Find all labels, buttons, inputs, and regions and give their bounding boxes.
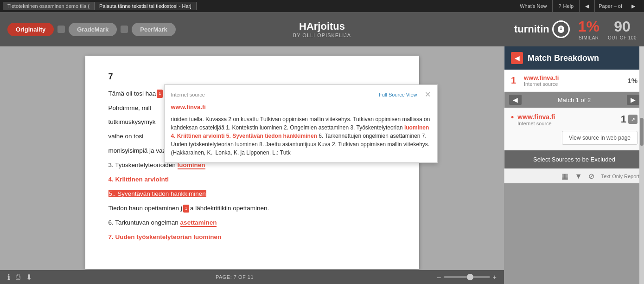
out-of-score-block: 90 OUT OF 100 [608,18,637,40]
turnitin-icon [552,20,570,38]
nav-arrow-right[interactable]: ▶ [626,0,641,12]
similarity-score-block: 1% SIMILAR [578,18,599,40]
external-link-icon[interactable]: ↗ [628,115,638,124]
help-label: Help [563,3,574,9]
source-detail-type: Internet source [517,121,555,126]
panel-back-button[interactable]: ◀ [511,52,523,64]
tooltip-header: Internet source Full Source View ✕ [171,90,431,99]
paper-nav-label: Paper – of [599,3,622,9]
match-type-1: Internet source [524,81,623,87]
highlight-luominen: luominen [178,161,205,169]
match-marker-1[interactable]: 1 [157,90,163,97]
source-detail: • www.finva.fi Internet source 1 ↗ View … [504,108,644,150]
main-area: Internet source Full Source View ✕ www.f… [0,46,644,284]
select-sources-button[interactable]: Select Sources to be Excluded [504,150,644,168]
match-number-1: 1 [511,75,519,86]
match-item-1[interactable]: 1 www.finva.fi Internet source 1% [504,70,644,92]
info-icon[interactable]: ℹ [7,273,10,282]
help-icon: ? [558,3,561,9]
match-nav-label: Match 1 of 2 [558,97,591,103]
bottom-left-icons: ℹ ⎙ ⬇ [7,273,32,282]
turnitin-label: turnitin [514,23,549,35]
document-area: Internet source Full Source View ✕ www.f… [0,46,504,284]
match-list: 1 www.finva.fi Internet source 1% [504,70,644,92]
turnitin-logo-area: turnitin 1% SIMILAR 90 OUT OF 100 [514,18,637,40]
panel-title: Match Breakdown [528,53,599,63]
tooltip-popup: Internet source Full Source View ✕ www.f… [164,84,438,163]
grademark-checkbox [57,26,65,33]
panel-header: ◀ Match Breakdown [504,46,644,70]
paper-nav: Paper – of [595,3,626,9]
source-detail-number: 1 ↗ [621,113,638,125]
print-icon[interactable]: ⎙ [16,273,20,281]
panel-scrollbar-thumb [640,118,644,146]
download-icon[interactable]: ⬇ [26,273,32,282]
paper-author: BY OLLI OPISKELIJA [293,32,351,38]
page-info: PAGE: 7 OF 11 [216,274,254,280]
zoom-slider[interactable] [444,276,490,278]
right-panel-wrapper: ◀ Match Breakdown 1 www.finva.fi Interne… [504,46,644,284]
doc-para-9: Tiedon haun opettaminen j1a lähdekritiik… [108,203,396,214]
zoom-out-icon[interactable]: – [437,273,441,281]
originality-button[interactable]: Originality [7,23,54,36]
turnitin-logo: turnitin [514,20,570,38]
bottom-bar: ℹ ⎙ ⬇ PAGE: 7 OF 11 – + [0,270,504,284]
doc-para-7: 4. Kriittinen arviointi [108,174,396,185]
zoom-in-icon[interactable]: + [493,273,497,281]
zoom-control: – + [437,273,497,281]
match-prev-icon: ◀ [513,96,518,103]
source-detail-url[interactable]: www.finva.fi [517,113,555,121]
doc-scroll[interactable]: Internet source Full Source View ✕ www.f… [0,46,504,270]
nav-arrow-left[interactable]: ◀ [580,0,595,12]
page-number: 7 [108,70,396,84]
top-bar: Tietotekninen osaaminen demo tila ( Pala… [0,0,644,12]
similarity-label: SIMILAR [578,35,599,40]
tab-palauta[interactable]: Palauta tänne tekstisi tai tiedostosi - … [95,2,197,10]
match-percentage-1: 1% [627,77,638,84]
whats-new-nav[interactable]: What's New [514,0,553,12]
match-next-icon: ▶ [631,96,636,103]
match-url-1: www.finva.fi [524,74,623,81]
doc-para-8: 5.. Syventävän tiedon hankkiminen [108,189,396,200]
help-nav[interactable]: ? Help [553,0,580,12]
text-only-report-label[interactable]: Text-Only Report [601,174,639,179]
match-nav: ◀ Match 1 of 2 ▶ [504,92,644,108]
match-next-button[interactable]: ▶ [627,95,639,105]
tooltip-close-button[interactable]: ✕ [425,91,431,98]
out-of-score: 90 [608,18,637,35]
tooltip-text: rioiden tuella. Kuvassa 2 on kuvattu Tut… [171,115,431,157]
block-icon[interactable]: ⊘ [588,172,594,181]
similarity-score: 1% [578,18,599,35]
peermark-checkbox [121,26,128,33]
whats-new-label: What's New [520,3,547,9]
match-marker-2[interactable]: 1 [183,205,189,213]
grademark-button[interactable]: GradeMark [69,23,117,36]
score-area: 1% SIMILAR 90 OUT OF 100 [578,18,637,40]
source-info: www.finva.fi Internet source [517,113,555,126]
view-source-button[interactable]: View source in web page [562,131,638,145]
out-of-label: OUT OF 100 [608,35,637,40]
peermark-button[interactable]: PeerMark [132,23,176,36]
tab-tietotekninen[interactable]: Tietotekninen osaaminen demo tila ( [3,2,95,10]
zoom-thumb [467,274,473,280]
doc-para-11: 7. Uuden työskentelyteorian luominen [108,232,396,243]
doc-page: Internet source Full Source View ✕ www.f… [85,56,419,269]
match-info-1: www.finva.fi Internet source [524,74,623,87]
highlight-asettaminen: asettaminen [180,219,217,227]
source-detail-row: • www.finva.fi Internet source 1 ↗ [511,113,638,126]
highlight-syventavan: 5.. Syventävän tiedon hankkiminen [108,190,206,197]
source-dot-icon: • [511,113,514,122]
paper-title: HArjoitus [293,20,351,32]
toolbar: Originality GradeMark PeerMark HArjoitus… [0,12,644,46]
match-prev-button[interactable]: ◀ [509,95,522,105]
chart-icon[interactable]: ▦ [561,172,568,181]
tooltip-url[interactable]: www.finva.fi [171,102,431,112]
filter-icon[interactable]: ▼ [575,172,582,181]
panel-back-icon: ◀ [515,54,520,62]
paper-title-section: HArjoitus BY OLLI OPISKELIJA [293,20,351,38]
panel-scrollbar[interactable] [639,46,644,284]
right-panel: ◀ Match Breakdown 1 www.finva.fi Interne… [504,46,644,183]
panel-bottom-icons: ▦ ▼ ⊘ Text-Only Report [504,168,644,183]
tooltip-full-source-link[interactable]: Full Source View [379,90,417,99]
tooltip-source-label: Internet source [171,90,205,99]
